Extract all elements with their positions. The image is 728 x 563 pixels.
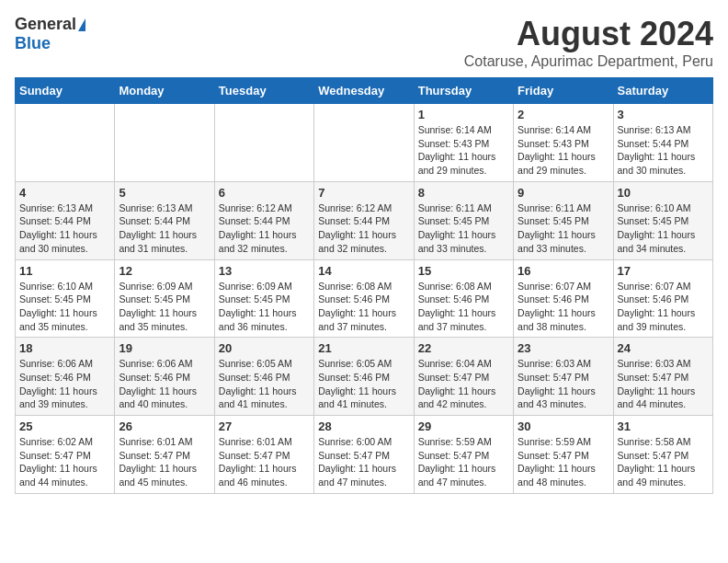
calendar-day-cell: 10Sunrise: 6:10 AM Sunset: 5:45 PM Dayli… <box>613 181 712 259</box>
day-info: Sunrise: 6:06 AM Sunset: 5:46 PM Dayligh… <box>119 357 210 411</box>
calendar-day-cell: 19Sunrise: 6:06 AM Sunset: 5:46 PM Dayli… <box>115 338 214 416</box>
calendar-week-row: 4Sunrise: 6:13 AM Sunset: 5:44 PM Daylig… <box>16 181 713 259</box>
day-info: Sunrise: 6:13 AM Sunset: 5:44 PM Dayligh… <box>618 123 709 178</box>
day-info: Sunrise: 6:06 AM Sunset: 5:46 PM Dayligh… <box>19 357 110 411</box>
calendar-day-cell: 5Sunrise: 6:13 AM Sunset: 5:44 PM Daylig… <box>115 181 214 259</box>
day-number: 26 <box>119 419 210 433</box>
day-info: Sunrise: 6:03 AM Sunset: 5:47 PM Dayligh… <box>518 357 609 411</box>
day-info: Sunrise: 6:07 AM Sunset: 5:46 PM Dayligh… <box>518 280 609 334</box>
day-number: 2 <box>518 108 609 121</box>
logo: General Blue <box>15 15 85 53</box>
calendar-day-cell: 18Sunrise: 6:06 AM Sunset: 5:46 PM Dayli… <box>16 338 115 416</box>
calendar-day-cell: 24Sunrise: 6:03 AM Sunset: 5:47 PM Dayli… <box>613 338 712 416</box>
day-number: 20 <box>219 341 310 355</box>
day-number: 25 <box>19 419 110 433</box>
page-header: General Blue August 2024 Cotaruse, Apuri… <box>15 15 713 70</box>
day-number: 7 <box>318 186 409 200</box>
logo-blue-text: Blue <box>15 34 51 53</box>
calendar-week-row: 25Sunrise: 6:02 AM Sunset: 5:47 PM Dayli… <box>16 416 713 494</box>
day-info: Sunrise: 6:10 AM Sunset: 5:45 PM Dayligh… <box>618 201 709 256</box>
day-number: 28 <box>318 419 409 433</box>
day-info: Sunrise: 5:59 AM Sunset: 5:47 PM Dayligh… <box>518 435 609 489</box>
day-number: 5 <box>119 186 210 200</box>
day-number: 10 <box>618 186 709 200</box>
day-info: Sunrise: 5:58 AM Sunset: 5:47 PM Dayligh… <box>618 435 709 489</box>
day-number: 11 <box>19 264 110 278</box>
main-title: August 2024 <box>464 15 713 53</box>
day-number: 12 <box>119 264 210 278</box>
calendar-day-header: Thursday <box>414 78 513 104</box>
day-info: Sunrise: 6:09 AM Sunset: 5:45 PM Dayligh… <box>119 280 210 334</box>
day-info: Sunrise: 5:59 AM Sunset: 5:47 PM Dayligh… <box>418 435 509 489</box>
logo-triangle-icon <box>78 18 85 31</box>
calendar-day-cell: 30Sunrise: 5:59 AM Sunset: 5:47 PM Dayli… <box>514 416 613 494</box>
calendar-day-cell: 20Sunrise: 6:05 AM Sunset: 5:46 PM Dayli… <box>214 338 313 416</box>
calendar-day-cell: 28Sunrise: 6:00 AM Sunset: 5:47 PM Dayli… <box>314 416 414 494</box>
day-number: 17 <box>618 264 709 278</box>
calendar-day-cell: 9Sunrise: 6:11 AM Sunset: 5:45 PM Daylig… <box>514 181 613 259</box>
day-info: Sunrise: 6:11 AM Sunset: 5:45 PM Dayligh… <box>418 201 509 256</box>
calendar-day-cell: 1Sunrise: 6:14 AM Sunset: 5:43 PM Daylig… <box>414 104 513 182</box>
day-number: 18 <box>19 341 110 355</box>
day-info: Sunrise: 6:14 AM Sunset: 5:43 PM Dayligh… <box>418 123 509 178</box>
day-info: Sunrise: 6:07 AM Sunset: 5:46 PM Dayligh… <box>618 280 709 334</box>
calendar-day-cell: 17Sunrise: 6:07 AM Sunset: 5:46 PM Dayli… <box>613 259 712 338</box>
calendar-day-cell: 8Sunrise: 6:11 AM Sunset: 5:45 PM Daylig… <box>414 181 513 259</box>
day-number: 22 <box>418 341 509 355</box>
calendar-day-cell <box>16 104 115 182</box>
day-number: 6 <box>219 186 310 200</box>
title-section: August 2024 Cotaruse, Apurimac Departmen… <box>464 15 713 70</box>
day-number: 27 <box>219 419 310 433</box>
calendar-day-cell: 23Sunrise: 6:03 AM Sunset: 5:47 PM Dayli… <box>514 338 613 416</box>
calendar-day-cell: 7Sunrise: 6:12 AM Sunset: 5:44 PM Daylig… <box>314 181 414 259</box>
calendar-day-cell: 26Sunrise: 6:01 AM Sunset: 5:47 PM Dayli… <box>115 416 214 494</box>
calendar-day-cell: 31Sunrise: 5:58 AM Sunset: 5:47 PM Dayli… <box>613 416 712 494</box>
day-info: Sunrise: 6:04 AM Sunset: 5:47 PM Dayligh… <box>418 357 509 411</box>
day-number: 19 <box>119 341 210 355</box>
day-info: Sunrise: 6:08 AM Sunset: 5:46 PM Dayligh… <box>418 280 509 334</box>
calendar-day-cell: 27Sunrise: 6:01 AM Sunset: 5:47 PM Dayli… <box>214 416 313 494</box>
calendar-day-cell: 25Sunrise: 6:02 AM Sunset: 5:47 PM Dayli… <box>16 416 115 494</box>
day-info: Sunrise: 6:03 AM Sunset: 5:47 PM Dayligh… <box>618 357 709 411</box>
day-number: 21 <box>318 341 409 355</box>
day-info: Sunrise: 6:09 AM Sunset: 5:45 PM Dayligh… <box>219 280 310 334</box>
day-info: Sunrise: 6:05 AM Sunset: 5:46 PM Dayligh… <box>318 357 409 411</box>
calendar-day-cell: 29Sunrise: 5:59 AM Sunset: 5:47 PM Dayli… <box>414 416 513 494</box>
day-number: 29 <box>418 419 509 433</box>
day-info: Sunrise: 6:11 AM Sunset: 5:45 PM Dayligh… <box>518 201 609 256</box>
calendar-day-cell <box>115 104 214 182</box>
day-number: 4 <box>19 186 110 200</box>
day-number: 3 <box>618 108 709 121</box>
day-info: Sunrise: 6:14 AM Sunset: 5:43 PM Dayligh… <box>518 123 609 178</box>
day-info: Sunrise: 6:05 AM Sunset: 5:46 PM Dayligh… <box>219 357 310 411</box>
day-number: 30 <box>518 419 609 433</box>
calendar-day-header: Wednesday <box>314 78 414 104</box>
day-number: 24 <box>618 341 709 355</box>
day-number: 15 <box>418 264 509 278</box>
calendar-day-cell: 15Sunrise: 6:08 AM Sunset: 5:46 PM Dayli… <box>414 259 513 338</box>
day-info: Sunrise: 6:13 AM Sunset: 5:44 PM Dayligh… <box>119 201 210 256</box>
calendar-day-cell: 14Sunrise: 6:08 AM Sunset: 5:46 PM Dayli… <box>314 259 414 338</box>
calendar-day-cell: 12Sunrise: 6:09 AM Sunset: 5:45 PM Dayli… <box>115 259 214 338</box>
day-number: 23 <box>518 341 609 355</box>
calendar-week-row: 18Sunrise: 6:06 AM Sunset: 5:46 PM Dayli… <box>16 338 713 416</box>
day-number: 9 <box>518 186 609 200</box>
day-info: Sunrise: 6:10 AM Sunset: 5:45 PM Dayligh… <box>19 280 110 334</box>
calendar-day-cell <box>314 104 414 182</box>
calendar-day-cell: 13Sunrise: 6:09 AM Sunset: 5:45 PM Dayli… <box>214 259 313 338</box>
calendar-day-header: Sunday <box>16 78 115 104</box>
day-info: Sunrise: 6:01 AM Sunset: 5:47 PM Dayligh… <box>219 435 310 489</box>
day-info: Sunrise: 6:12 AM Sunset: 5:44 PM Dayligh… <box>318 201 409 256</box>
calendar-day-header: Saturday <box>613 78 712 104</box>
calendar-day-cell: 11Sunrise: 6:10 AM Sunset: 5:45 PM Dayli… <box>16 259 115 338</box>
calendar-week-row: 1Sunrise: 6:14 AM Sunset: 5:43 PM Daylig… <box>16 104 713 182</box>
day-number: 1 <box>418 108 509 121</box>
day-info: Sunrise: 6:02 AM Sunset: 5:47 PM Dayligh… <box>19 435 110 489</box>
day-info: Sunrise: 6:01 AM Sunset: 5:47 PM Dayligh… <box>119 435 210 489</box>
calendar-day-cell: 4Sunrise: 6:13 AM Sunset: 5:44 PM Daylig… <box>16 181 115 259</box>
calendar-day-header: Friday <box>514 78 613 104</box>
day-number: 13 <box>219 264 310 278</box>
calendar-header-row: SundayMondayTuesdayWednesdayThursdayFrid… <box>16 78 713 104</box>
day-info: Sunrise: 6:08 AM Sunset: 5:46 PM Dayligh… <box>318 280 409 334</box>
day-number: 16 <box>518 264 609 278</box>
